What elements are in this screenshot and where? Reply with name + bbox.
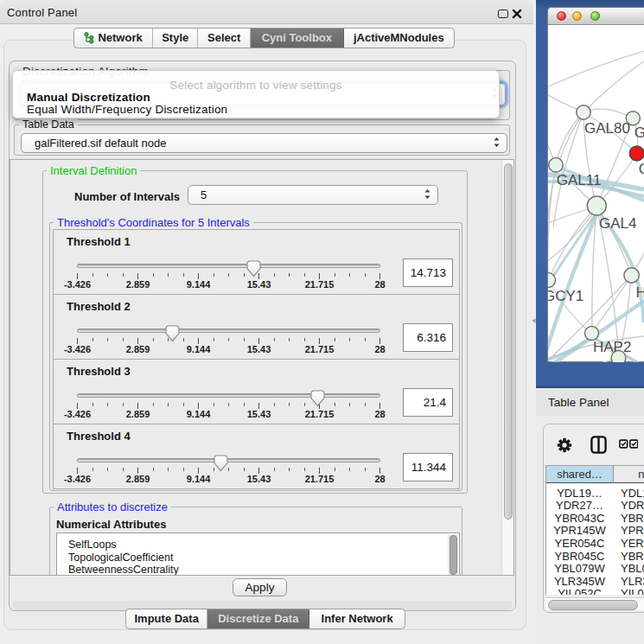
number-of-intervals-combobox[interactable]: 5 bbox=[188, 185, 438, 205]
attributes-list-scrollbar[interactable] bbox=[448, 534, 458, 576]
network-tree-icon bbox=[84, 32, 94, 44]
zoom-light[interactable] bbox=[590, 11, 600, 21]
close-light[interactable] bbox=[557, 11, 566, 21]
settings-vertical-scrollbar-thumb[interactable] bbox=[504, 163, 513, 520]
tab-style[interactable]: Style bbox=[153, 29, 198, 48]
network-edge[interactable] bbox=[583, 61, 644, 112]
table-header-shared-name[interactable]: shared… bbox=[546, 466, 613, 483]
threshold-1-slider-track[interactable] bbox=[77, 264, 380, 268]
network-canvas[interactable]: GAL80GAL2CGAL11GAL4GCY1HHAP2 bbox=[548, 26, 644, 362]
tick-label: -3.426 bbox=[64, 474, 91, 484]
tick bbox=[107, 338, 108, 341]
network-node-label: GCY1 bbox=[548, 288, 583, 304]
threshold-3-slider-track[interactable] bbox=[77, 393, 380, 398]
threshold-4-value-field[interactable]: 11.344 bbox=[403, 453, 453, 481]
table-horizontal-scrollbar[interactable] bbox=[545, 597, 644, 610]
network-edge[interactable] bbox=[548, 338, 590, 360]
network-node-GAL11[interactable] bbox=[549, 158, 564, 173]
threshold-3-slider-thumb[interactable] bbox=[310, 390, 325, 407]
tick bbox=[289, 468, 290, 471]
tick-label: 2.859 bbox=[126, 409, 150, 419]
gear-icon[interactable] bbox=[556, 437, 573, 454]
table-data-combobox[interactable]: galFiltered.sif default node bbox=[21, 133, 507, 153]
table-horizontal-scrollbar-thumb[interactable] bbox=[548, 600, 638, 610]
network-window-titlebar[interactable] bbox=[548, 8, 644, 25]
popup-item-equal-width-frequency[interactable]: Equal Width/Frequency Discretization bbox=[27, 103, 227, 116]
tab-network[interactable]: Network bbox=[74, 29, 153, 48]
float-window-icon[interactable] bbox=[498, 10, 508, 18]
threshold-1-value-field[interactable]: 14.713 bbox=[403, 258, 453, 287]
table-cell[interactable]: YPR145W bbox=[621, 524, 644, 537]
threshold-2-slider-track[interactable] bbox=[77, 328, 380, 333]
threshold-2-label: Threshold 2 bbox=[67, 300, 131, 313]
tab-impute-data[interactable]: Impute Data bbox=[126, 609, 207, 628]
popup-hint-item[interactable]: Select algorithm to view settings bbox=[13, 79, 499, 92]
threshold-2-slider-thumb[interactable] bbox=[165, 325, 180, 342]
tab-label: Style bbox=[162, 31, 188, 44]
tick bbox=[123, 273, 124, 277]
table-cell[interactable]: YLR345W bbox=[546, 575, 613, 588]
table-cell[interactable]: YDL194W bbox=[621, 487, 644, 500]
network-node-label: GAL80 bbox=[584, 120, 630, 137]
close-icon[interactable] bbox=[512, 9, 522, 19]
node-table[interactable]: shared…nameYDL19…YDL194WYDR27…YDR277CYBR… bbox=[545, 465, 644, 595]
threshold-4-slider-track[interactable] bbox=[77, 458, 380, 462]
tick bbox=[365, 468, 366, 471]
table-cell[interactable]: YIL052C bbox=[621, 587, 644, 595]
table-cell[interactable]: YER054C bbox=[621, 537, 644, 550]
table-cell[interactable]: YBL079W bbox=[546, 562, 613, 575]
checkbox-checked-icon-2[interactable] bbox=[629, 439, 639, 449]
network-node-GAL4[interactable] bbox=[587, 196, 606, 215]
table-panel-titlebar[interactable]: Table Panel bbox=[536, 388, 644, 416]
split-divider-arrow-icon[interactable] bbox=[531, 317, 537, 324]
split-columns-icon[interactable] bbox=[590, 436, 607, 454]
table-cell[interactable]: YBR045C bbox=[621, 550, 644, 563]
tick bbox=[153, 338, 154, 341]
network-node-GAL80[interactable] bbox=[577, 105, 590, 119]
table-cell[interactable]: YPR145W bbox=[546, 524, 613, 537]
threshold-3-value-field[interactable]: 21.4 bbox=[403, 388, 453, 417]
threshold-4-label: Threshold 4 bbox=[67, 430, 131, 443]
tick bbox=[274, 338, 275, 341]
control-panel-titlebar[interactable]: Control Panel bbox=[0, 0, 533, 24]
table-cell[interactable]: YLR345W bbox=[621, 575, 644, 588]
tab-label: Discretize Data bbox=[218, 612, 298, 625]
tab-cyni-toolbox[interactable]: Cyni Toolbox bbox=[251, 29, 344, 48]
tick bbox=[304, 338, 305, 341]
tick bbox=[244, 403, 245, 406]
table-cell[interactable]: YER054C bbox=[546, 537, 613, 550]
attribute-item[interactable]: SelfLoops bbox=[68, 539, 117, 551]
table-header-name[interactable]: name bbox=[613, 466, 644, 483]
table-cell[interactable]: YBL079W bbox=[621, 562, 644, 575]
threshold-2-value-field[interactable]: 6.316 bbox=[403, 323, 453, 352]
table-cell[interactable]: YBR043C bbox=[621, 512, 644, 525]
tab-select[interactable]: Select bbox=[198, 29, 251, 48]
table-cell[interactable]: YBR043C bbox=[546, 512, 613, 525]
table-cell[interactable]: YDL19… bbox=[546, 487, 613, 500]
network-edge[interactable] bbox=[548, 51, 644, 87]
threshold-1-slider-thumb[interactable] bbox=[246, 260, 261, 277]
tab-label: Select bbox=[207, 31, 240, 44]
tick bbox=[349, 468, 350, 471]
attribute-item[interactable]: BetweennessCentrality bbox=[68, 564, 179, 576]
tab-jactivemnodules[interactable]: jActiveMNodules bbox=[344, 29, 454, 48]
minimize-light[interactable] bbox=[572, 11, 582, 21]
threshold-4-panel: Threshold 4-3.4262.8599.14415.4321.71528… bbox=[53, 424, 460, 489]
tab-discretize-data[interactable]: Discretize Data bbox=[207, 609, 309, 628]
tab-infer-network[interactable]: Infer Network bbox=[309, 609, 405, 628]
network-node-CRP[interactable] bbox=[629, 146, 644, 161]
checkbox-checked-icon[interactable] bbox=[619, 439, 628, 449]
tick bbox=[123, 338, 124, 341]
network-node-H[interactable] bbox=[624, 268, 639, 283]
table-cell[interactable]: YBR045C bbox=[546, 550, 613, 563]
table-cell[interactable]: YDR27… bbox=[546, 499, 613, 512]
numerical-attributes-list[interactable]: SelfLoopsTopologicalCoefficientBetweenne… bbox=[56, 532, 460, 576]
attributes-list-scrollbar-thumb[interactable] bbox=[450, 535, 457, 575]
threshold-4-slider-thumb[interactable] bbox=[214, 455, 228, 472]
settings-vertical-scrollbar[interactable] bbox=[501, 160, 513, 575]
popup-item-manual-discretization[interactable]: Manual Discretization bbox=[27, 91, 150, 104]
attribute-item[interactable]: TopologicalCoefficient bbox=[68, 552, 173, 564]
table-cell[interactable]: YDR277C bbox=[621, 499, 644, 512]
table-cell[interactable]: YIL052C bbox=[546, 587, 613, 595]
apply-button[interactable]: Apply bbox=[233, 578, 287, 596]
